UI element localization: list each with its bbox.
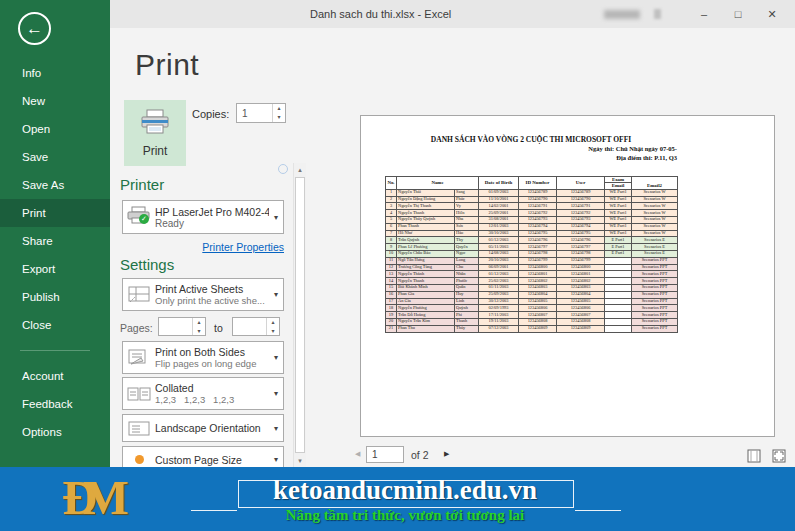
preview-table-row: 3Nguyễn Thị ThanhVy14/02/200112345679112… <box>386 203 678 210</box>
minimize-button[interactable]: – <box>687 0 721 28</box>
preview-table-row: 15Bùi Khánh MinhQuân01/11/20031234568031… <box>386 284 678 291</box>
preview-cell: Thủy <box>455 325 479 332</box>
scroll-up-icon[interactable]: ▴ <box>294 163 306 176</box>
print-button[interactable]: Print <box>124 100 186 166</box>
sidebar-menu: Info New Open Save Save As Print Share E… <box>0 59 110 446</box>
duplex-subtext: Flip pages on long edge <box>155 358 269 369</box>
sidebar-item-close[interactable]: Close <box>0 311 110 339</box>
sidebar-divider <box>20 350 90 351</box>
preview-cell: Nguyễn Thành <box>397 271 455 278</box>
pages-label: Pages: <box>120 322 153 334</box>
preview-cell: 5 <box>386 216 397 223</box>
spin-down-icon[interactable]: ▾ <box>193 327 205 336</box>
printer-dropdown[interactable]: ✓ HP LaserJet Pro M402-40... Ready ▾ <box>122 200 284 234</box>
preview-cell: 123456806 <box>519 305 557 312</box>
spin-down-icon[interactable]: ▾ <box>267 327 279 336</box>
next-page-icon[interactable]: ▶ <box>444 450 449 458</box>
sidebar-item-print[interactable]: Print <box>0 199 110 227</box>
preview-cell: Phan Lê Phương <box>397 244 455 251</box>
preview-cell: 02/09/1993 <box>479 305 519 312</box>
banner-slogan: Nâng tầm tri thức, vươn tới tương lai <box>190 507 620 524</box>
preview-cell: Scenarios PPT <box>632 291 678 298</box>
preview-cell: WE Part1 <box>605 189 632 196</box>
current-page-input[interactable]: 1 <box>366 446 404 463</box>
chevron-down-icon: ▾ <box>269 290 283 299</box>
preview-cell <box>605 264 632 271</box>
preview-cell: Scenarios PPT <box>632 312 678 319</box>
preview-cell: WE Part1 <box>605 230 632 237</box>
copies-value[interactable]: 1 <box>237 104 272 122</box>
chevron-down-icon: ▾ <box>269 455 283 464</box>
collation-dropdown[interactable]: Collated 1,2,3 1,2,3 1,2,3 ▾ <box>122 377 284 410</box>
preview-cell: 06/09/2001 <box>479 264 519 271</box>
spin-down-icon[interactable]: ▾ <box>273 113 285 122</box>
preview-cell: 25/09/2003 <box>479 291 519 298</box>
preview-table: No. Name Date of Birth ID Number User Ex… <box>385 176 678 333</box>
pages-to-stepper[interactable]: ▴ ▾ <box>232 317 280 336</box>
sidebar-item-options[interactable]: Options <box>0 418 110 446</box>
col-header-no: No. <box>386 177 397 190</box>
zoom-to-page-button[interactable] <box>771 448 787 464</box>
sidebar-item-publish[interactable]: Publish <box>0 283 110 311</box>
collated-icon <box>123 385 155 402</box>
preview-cell: 123456797 <box>519 244 557 251</box>
preview-cell: 123456797 <box>557 244 605 251</box>
previous-page-icon[interactable]: ◀ <box>355 450 360 458</box>
preview-cell: Huy <box>455 291 479 298</box>
sidebar-item-export[interactable]: Export <box>0 255 110 283</box>
sidebar-item-account[interactable]: Account <box>0 362 110 390</box>
maximize-button[interactable]: □ <box>721 0 755 28</box>
orientation-dropdown[interactable]: Landscape Orientation ▾ <box>122 414 284 442</box>
sidebar-item-share[interactable]: Share <box>0 227 110 255</box>
spin-up-icon[interactable]: ▴ <box>267 318 279 327</box>
back-button[interactable]: ← <box>18 12 51 45</box>
printer-properties-link[interactable]: Printer Properties <box>122 241 284 253</box>
preview-cell: 30/10/2003 <box>479 230 519 237</box>
sidebar-item-save-as[interactable]: Save As <box>0 171 110 199</box>
preview-cell: Sang <box>455 189 479 196</box>
scrollbar-thumb[interactable] <box>295 177 305 453</box>
print-what-value: Print Active Sheets <box>155 283 269 295</box>
ad-banner: ĐM ketoanducminh.edu.vn Nâng tầm tri thứ… <box>0 467 795 531</box>
preview-cell: 123456796 <box>557 237 605 244</box>
preview-cell <box>605 305 632 312</box>
sidebar-item-open[interactable]: Open <box>0 115 110 143</box>
pages-from-value[interactable] <box>159 318 192 335</box>
duplex-dropdown[interactable]: Print on Both Sides Flip pages on long e… <box>122 341 284 374</box>
spin-up-icon[interactable]: ▴ <box>193 318 205 327</box>
preview-cell: Scenarios W <box>632 203 678 210</box>
pages-from-stepper[interactable]: ▴ ▾ <box>158 317 206 336</box>
preview-cell: Scenarios PPT <box>632 264 678 271</box>
preview-cell: 8 <box>386 237 397 244</box>
preview-cell: Nha <box>455 216 479 223</box>
pages-to-value[interactable] <box>233 318 266 335</box>
printer-section-heading: Printer <box>120 176 164 193</box>
copies-stepper[interactable]: 1 ▴ ▾ <box>236 103 286 123</box>
pages-from-spin-arrows: ▴ ▾ <box>192 318 205 335</box>
sidebar-item-save[interactable]: Save <box>0 143 110 171</box>
preview-cell: Nguyễn Trần Kim <box>397 318 455 325</box>
settings-scrollbar[interactable]: ▴ ▾ <box>293 163 306 467</box>
show-margins-button[interactable] <box>746 448 762 464</box>
preview-cell: Hồ Như <box>397 230 455 237</box>
preview-cell: 14/08/2003 <box>479 250 519 257</box>
preview-cell: Nguyễn Thanh <box>397 210 455 217</box>
preview-table-row: 7Hồ NhưHào30/10/2003123456795123456795WE… <box>386 230 678 237</box>
sidebar-item-info[interactable]: Info <box>0 59 110 87</box>
preview-table-row: 13Nguyễn ThànhNhân01/12/2003123456801123… <box>386 271 678 278</box>
sidebar-item-feedback[interactable]: Feedback <box>0 390 110 418</box>
scroll-down-icon[interactable]: ▾ <box>294 454 306 467</box>
preview-cell: Ngọc <box>455 250 479 257</box>
preview-cell: 31/08/2001 <box>479 216 519 223</box>
spin-up-icon[interactable]: ▴ <box>273 104 285 113</box>
print-what-dropdown[interactable]: Print Active Sheets Only print the activ… <box>122 278 284 311</box>
titlebar: Danh sach du thi.xlsx - Excel – □ ✕ <box>110 0 795 28</box>
sidebar-item-new[interactable]: New <box>0 87 110 115</box>
pages-to-spin-arrows: ▴ ▾ <box>266 318 279 335</box>
close-button[interactable]: ✕ <box>755 0 789 28</box>
window-title: Danh sach du thi.xlsx - Excel <box>310 8 451 20</box>
chevron-down-icon: ▾ <box>269 389 283 398</box>
collation-value: Collated <box>155 382 269 394</box>
preview-cell: Nguyễn Thúy Quỳnh <box>397 216 455 223</box>
preview-cell: Scenarios W <box>632 189 678 196</box>
